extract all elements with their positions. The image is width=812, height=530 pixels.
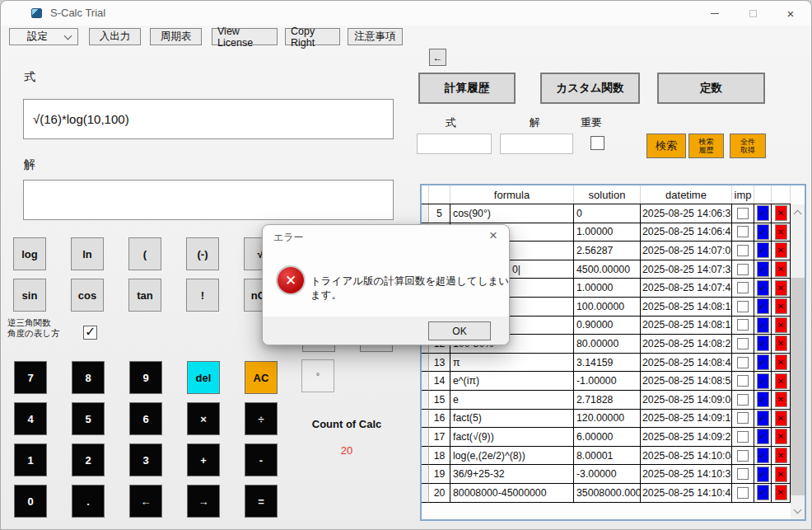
- header-imp[interactable]: imp: [732, 185, 754, 204]
- imp-checkbox[interactable]: [737, 226, 749, 237]
- recalc-check-button[interactable]: ✓: [757, 429, 769, 444]
- delete-row-button[interactable]: ✕: [775, 261, 787, 277]
- solution-input[interactable]: [23, 180, 394, 220]
- custom-functions-button[interactable]: カスタム関数: [540, 73, 640, 104]
- equals-key[interactable]: =: [245, 485, 278, 518]
- num-0-key[interactable]: 0: [14, 485, 47, 518]
- imp-checkbox[interactable]: [737, 468, 749, 480]
- delete-row-button[interactable]: ✕: [775, 298, 787, 314]
- delete-row-button[interactable]: ✕: [775, 373, 787, 389]
- imp-checkbox[interactable]: [737, 319, 749, 331]
- collapse-panel-button[interactable]: ←: [429, 49, 446, 66]
- delete-row-button[interactable]: ✕: [775, 410, 787, 426]
- multiply-key[interactable]: ×: [187, 402, 220, 435]
- cursor-right-key[interactable]: →: [187, 485, 220, 518]
- view-license-button[interactable]: View License: [212, 28, 278, 45]
- row-header-cell[interactable]: [422, 372, 429, 391]
- delete-row-button[interactable]: ✕: [775, 280, 787, 296]
- recalc-check-button[interactable]: ✓: [757, 485, 769, 500]
- minus-key[interactable]: -: [245, 443, 278, 476]
- recalc-check-button[interactable]: ✓: [757, 373, 769, 389]
- constants-button[interactable]: 定数: [657, 73, 765, 104]
- delete-row-button[interactable]: ✕: [775, 429, 787, 444]
- num-5-key[interactable]: 5: [72, 402, 105, 435]
- num-3-key[interactable]: 3: [129, 443, 162, 476]
- degree-key[interactable]: °: [301, 359, 334, 392]
- imp-checkbox[interactable]: [737, 357, 749, 368]
- imp-checkbox[interactable]: [737, 375, 749, 387]
- num-4-key[interactable]: 4: [14, 402, 47, 435]
- delete-row-button[interactable]: ✕: [775, 392, 787, 407]
- imp-checkbox[interactable]: [737, 450, 749, 462]
- num-1-key[interactable]: 1: [14, 443, 47, 476]
- notes-button[interactable]: 注意事項: [348, 28, 403, 45]
- imp-checkbox[interactable]: [737, 245, 749, 256]
- search-button[interactable]: 検索: [646, 134, 686, 158]
- sin-key[interactable]: sin: [13, 279, 46, 312]
- row-header-cell[interactable]: [422, 465, 429, 484]
- header-datetime[interactable]: datetime: [641, 185, 732, 204]
- recalc-check-button[interactable]: ✓: [757, 392, 769, 407]
- divide-key[interactable]: ÷: [245, 402, 278, 435]
- recalc-check-button[interactable]: ✓: [757, 335, 769, 351]
- plus-key[interactable]: +: [187, 443, 220, 476]
- formula-input[interactable]: √(16)*log(10,100): [23, 99, 394, 139]
- recalc-check-button[interactable]: ✓: [757, 261, 769, 277]
- delete-row-button[interactable]: ✕: [775, 335, 787, 351]
- ln-key[interactable]: ln: [71, 237, 104, 270]
- inverse-trig-checkbox[interactable]: [83, 326, 97, 340]
- recalc-check-button[interactable]: ✓: [757, 410, 769, 426]
- row-header-cell[interactable]: [422, 428, 429, 447]
- cos-key[interactable]: cos: [71, 279, 104, 312]
- row-header-cell[interactable]: [422, 447, 429, 466]
- all-clear-key[interactable]: AC: [245, 361, 278, 394]
- num-6-key[interactable]: 6: [129, 402, 162, 435]
- recalc-check-button[interactable]: ✓: [757, 448, 769, 463]
- num-7-key[interactable]: 7: [14, 361, 47, 394]
- close-button[interactable]: ×: [772, 1, 810, 26]
- scroll-up-icon[interactable]: [791, 206, 805, 219]
- log-key[interactable]: log: [13, 237, 46, 270]
- dialog-close-icon[interactable]: ×: [489, 227, 497, 244]
- delete-row-button[interactable]: ✕: [775, 354, 787, 370]
- recalc-check-button[interactable]: ✓: [757, 205, 769, 221]
- scrollbar-thumb[interactable]: [791, 278, 805, 495]
- header-formula[interactable]: formula: [450, 185, 574, 204]
- ok-button[interactable]: OK: [428, 321, 491, 340]
- delete-row-button[interactable]: ✕: [775, 224, 787, 240]
- imp-checkbox[interactable]: [737, 264, 749, 275]
- negate-key[interactable]: (-): [186, 237, 219, 270]
- search-formula-input[interactable]: [417, 134, 492, 154]
- recalc-check-button[interactable]: ✓: [757, 467, 769, 482]
- num-2-key[interactable]: 2: [72, 443, 105, 476]
- imp-checkbox[interactable]: [737, 282, 749, 293]
- recalc-check-button[interactable]: ✓: [757, 298, 769, 314]
- num-8-key[interactable]: 8: [72, 361, 105, 394]
- imp-checkbox[interactable]: [737, 412, 749, 424]
- imp-checkbox[interactable]: [737, 301, 749, 312]
- recalc-check-button[interactable]: ✓: [757, 224, 769, 240]
- delete-row-button[interactable]: ✕: [775, 242, 787, 258]
- maximize-button[interactable]: [734, 1, 772, 26]
- row-header-cell[interactable]: [422, 204, 429, 223]
- delete-key[interactable]: del: [187, 361, 220, 394]
- cursor-left-key[interactable]: ←: [129, 485, 162, 518]
- decimal-key[interactable]: .: [72, 485, 105, 518]
- imp-checkbox[interactable]: [737, 394, 749, 406]
- recalc-check-button[interactable]: ✓: [757, 242, 769, 258]
- imp-checkbox[interactable]: [737, 338, 749, 349]
- tan-key[interactable]: tan: [128, 279, 161, 312]
- delete-row-button[interactable]: ✕: [775, 467, 787, 482]
- row-header-cell[interactable]: [422, 484, 429, 503]
- search-history-button[interactable]: 検索 履歴: [688, 134, 724, 158]
- table-scrollbar[interactable]: [791, 204, 805, 519]
- header-solution[interactable]: solution: [574, 185, 641, 204]
- row-header-cell[interactable]: [422, 354, 429, 373]
- fetch-all-button[interactable]: 全件 取得: [730, 134, 766, 158]
- important-checkbox[interactable]: [590, 136, 604, 150]
- calc-history-button[interactable]: 計算履歴: [418, 73, 516, 104]
- row-header-cell[interactable]: [422, 410, 429, 429]
- delete-row-button[interactable]: ✕: [775, 317, 787, 333]
- search-solution-input[interactable]: [500, 134, 573, 154]
- imp-checkbox[interactable]: [737, 431, 749, 443]
